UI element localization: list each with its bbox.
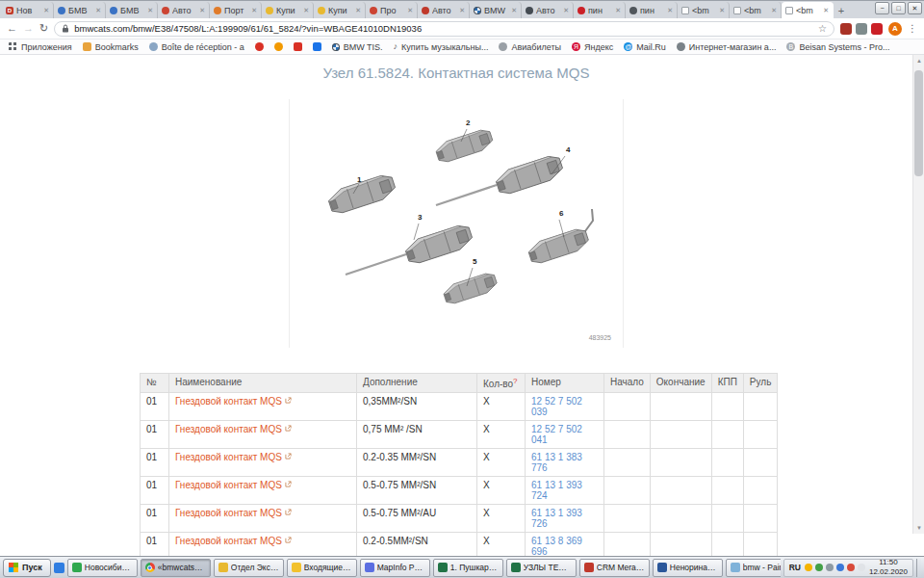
taskbar-item[interactable]: CRM MeraKo... [579,559,650,577]
minimize-button[interactable]: − [875,2,889,14]
bookmark-item[interactable] [255,42,264,51]
extension-icon[interactable] [856,23,867,35]
browser-tab[interactable]: Купи✕ [314,2,366,18]
bookmark-item[interactable] [274,42,283,51]
table-row: 01Гнездовой контакт MQS0.2-0.35 MM²/SNX6… [141,449,778,477]
bookmark-item[interactable]: Bookmarks [83,42,139,52]
browser-tab[interactable]: <bm✕ [678,2,730,18]
tab-close-icon[interactable]: ✕ [355,7,361,14]
browser-tab[interactable]: Порт✕ [210,2,262,18]
tab-close-icon[interactable]: ✕ [199,7,205,14]
back-icon[interactable]: ← [7,23,17,34]
tray-icon[interactable] [847,564,855,571]
part-number-link[interactable]: 61 13 1 393 726 [531,508,582,529]
tab-close-icon[interactable]: ✕ [667,7,673,14]
taskbar-item[interactable]: Входящие -... [287,559,357,577]
part-name-link[interactable]: Гнездовой контакт MQS [175,396,292,407]
browser-tab[interactable]: DНов✕ [2,2,54,18]
browser-tab[interactable]: БМВ✕ [106,2,158,18]
start-button[interactable]: Пуск [3,559,51,577]
tray-icon[interactable] [805,564,812,571]
tab-close-icon[interactable]: ✕ [251,7,257,14]
taskbar-item[interactable]: Новосибирск... [67,559,138,577]
tray-icon[interactable] [836,564,844,571]
part-name-link[interactable]: Гнездовой контакт MQS [175,536,292,546]
tray-icon[interactable] [858,564,865,571]
tab-close-icon[interactable]: ✕ [719,7,725,14]
part-number-link[interactable]: 61 13 1 383 776 [531,452,582,473]
show-desktop-button[interactable] [916,559,921,577]
profile-avatar[interactable]: A [888,22,902,36]
extension-icon[interactable] [871,23,883,35]
browser-tab[interactable]: Авто✕ [158,2,210,18]
bookmark-item[interactable] [294,42,302,51]
tab-favicon [214,7,221,14]
tab-close-icon[interactable]: ✕ [303,7,309,14]
taskbar-item[interactable]: УЗЛЫ ТЕХ. У... [506,559,577,577]
tab-close-icon[interactable]: ✕ [615,7,621,14]
taskbar-item[interactable]: Ненорина Д... [653,559,723,577]
browser-menu-icon[interactable]: ⋮ [908,23,917,34]
browser-tab[interactable]: пин✕ [626,2,678,18]
tab-close-icon[interactable]: ✕ [459,7,465,14]
browser-tab[interactable]: Авто✕ [522,2,574,18]
browser-tab[interactable]: BMW✕ [470,2,522,18]
browser-tab[interactable]: Купи✕ [262,2,314,18]
tab-close-icon[interactable]: ✕ [147,7,153,14]
browser-tab[interactable]: <bm✕ [782,2,834,18]
part-name-link[interactable]: Гнездовой контакт MQS [175,452,292,462]
bookmark-item[interactable]: Приложения [9,42,72,52]
browser-tab[interactable]: <bm✕ [730,2,782,18]
taskbar-item[interactable]: 1. Пушкарев... [433,559,503,577]
part-name-link[interactable]: Гнездовой контакт MQS [175,508,292,518]
bookmark-item[interactable]: Авиабилеты [499,42,561,52]
part-name-link[interactable]: Гнездовой контакт MQS [175,480,292,490]
vertical-scrollbar[interactable]: ▲ ▼ [912,55,924,534]
bookmark-item[interactable]: ♪Купить музыкальны... [394,42,489,52]
taskbar-item[interactable]: Отдел Экспу... [214,559,284,577]
language-indicator[interactable]: RU [789,563,801,572]
scroll-thumb[interactable] [914,70,923,176]
tab-close-icon[interactable]: ✕ [771,7,777,14]
taskbar-item[interactable]: bmw - Paint [726,559,781,577]
bookmark-item[interactable] [313,42,321,51]
part-name-link[interactable]: Гнездовой контакт MQS [175,424,292,434]
new-tab-button[interactable]: + [834,5,849,18]
tab-close-icon[interactable]: ✕ [407,7,413,14]
taskbar-item[interactable]: «bmwcats»-... [141,559,211,577]
bookmark-item[interactable]: @Mail.Ru [624,42,666,52]
reload-icon[interactable]: ↻ [39,23,48,34]
browser-tab[interactable]: пин✕ [574,2,626,18]
part-number-link[interactable]: 61 13 8 369 696 [531,536,582,556]
part-number-link[interactable]: 61 13 1 393 724 [531,480,582,501]
taskbar-clock[interactable]: 11:50 12.02.2020 [869,558,908,577]
extension-icon[interactable] [840,23,852,35]
page-title: Узел 61.5824. Контактная система MQS [0,65,912,84]
taskbar-item[interactable]: MapInfo Prof... [360,559,430,577]
part-number-link[interactable]: 12 52 7 502 039 [531,396,582,417]
maximize-button[interactable]: □ [891,2,906,14]
bookmark-star-icon[interactable]: ☆ [818,23,827,34]
tab-close-icon[interactable]: ✕ [511,7,517,14]
scroll-down-icon[interactable]: ▼ [913,522,924,534]
scroll-up-icon[interactable]: ▲ [913,55,924,66]
tray-icon[interactable] [826,564,834,571]
tab-close-icon[interactable]: ✕ [95,7,101,14]
bookmark-item[interactable]: ЯЯндекс [572,42,613,52]
browser-tab[interactable]: Про✕ [366,2,418,18]
tab-close-icon[interactable]: ✕ [563,7,569,14]
bookmark-item[interactable]: Интернет-магазин а... [677,42,777,52]
close-button[interactable]: ✕ [908,2,922,14]
address-bar[interactable]: bmwcats.com/bmw/E38/47508/L:A:199909/61/… [54,21,834,37]
part-number-link[interactable]: 12 52 7 502 041 [531,424,582,445]
quick-launch-icon[interactable] [54,563,64,573]
browser-tab[interactable]: Авто✕ [418,2,470,18]
bookmark-item[interactable]: Boîte de réception - a [149,42,244,52]
tab-close-icon[interactable]: ✕ [43,7,49,14]
bookmark-item[interactable]: BBeisan Systems - Pro... [786,42,889,52]
browser-tab[interactable]: БМВ✕ [54,2,106,18]
tab-close-icon[interactable]: ✕ [823,7,829,14]
bookmark-item[interactable]: BMW TIS. [332,42,383,52]
tray-icon[interactable] [815,564,823,571]
cell-position: 01 [141,421,169,449]
